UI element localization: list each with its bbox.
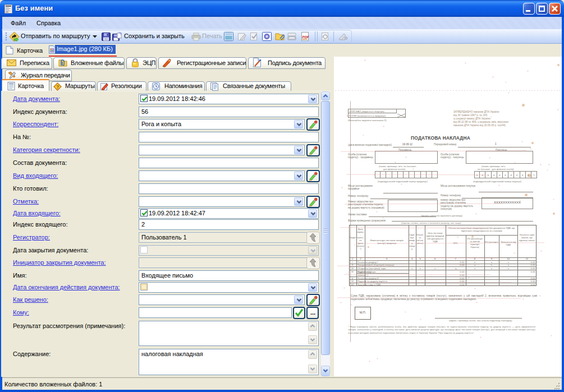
svg-text:?: ? [56,84,59,90]
svg-text:PDF: PDF [302,35,310,39]
